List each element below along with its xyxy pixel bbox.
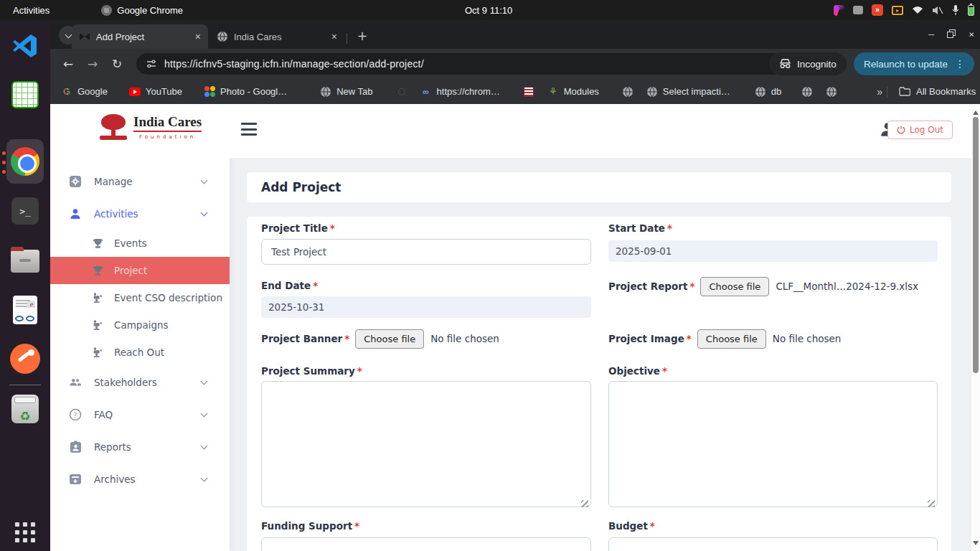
scroll-up-arrow[interactable] [973, 108, 979, 115]
sidebar-toggle-hamburger-icon[interactable] [241, 123, 257, 136]
sidebar-label: Events [114, 237, 147, 249]
page-scrollbar[interactable] [971, 104, 980, 551]
tab-close-icon[interactable]: × [331, 31, 337, 42]
scroll-down-arrow[interactable] [973, 541, 979, 548]
bookmark-image-favicon[interactable] [517, 86, 541, 98]
resize-handle-icon[interactable] [581, 500, 588, 507]
chrome-menu-icon[interactable]: ⋮ [955, 58, 965, 70]
window-restore-button[interactable] [947, 29, 956, 38]
bookmark-globe-2[interactable] [795, 86, 819, 98]
bookmark-youtube[interactable]: YouTube [123, 86, 189, 98]
sidebar-item-faq[interactable]: ? FAQ [50, 398, 230, 430]
volume-muted-icon [932, 6, 943, 15]
project-banner-field: Project Banner* Choose file No file chos… [261, 328, 499, 349]
project-image-choose-file-button[interactable]: Choose file [697, 329, 766, 349]
funding-support-input[interactable] [261, 537, 591, 551]
bookmark-new-tab[interactable]: New Tab [314, 86, 379, 98]
end-date-input[interactable] [261, 296, 591, 318]
logout-button[interactable]: Log Out [887, 121, 953, 139]
sidebar-item-manage[interactable]: Manage [50, 165, 230, 197]
bookmark-google[interactable]: GGoogle [55, 86, 114, 98]
bookmark-google-photos[interactable]: Photo - Googl… [197, 86, 293, 98]
omnibox[interactable]: https://icfnv5-staging.icfn.in/manage-se… [136, 53, 808, 75]
chrome-window-dot [2, 151, 6, 155]
screenshare-indicator-icon[interactable]: » [872, 4, 883, 16]
relaunch-to-update-button[interactable]: Relaunch to update ⋮ [854, 52, 974, 75]
dock-postman-icon[interactable] [8, 342, 42, 376]
sidebar-item-activities[interactable]: Activities [50, 197, 230, 230]
clock[interactable]: Oct 9 11:10 [465, 0, 512, 20]
brand-subtitle: Foundation [133, 134, 202, 140]
bookmark-globe-3[interactable] [819, 86, 844, 98]
podium-icon [91, 319, 104, 331]
sidebar-item-stakeholders[interactable]: Stakeholders [50, 366, 230, 398]
all-bookmarks-button[interactable]: All Bookmarks [899, 86, 976, 97]
project-summary-textarea[interactable] [261, 381, 591, 507]
bookmark-select-impact[interactable]: Select impacti… [640, 86, 737, 98]
bookmark-modules[interactable]: ⚘Modules [541, 86, 606, 98]
project-image-label: Project Image* [608, 333, 692, 344]
dock-libreoffice-calc-icon[interactable] [8, 77, 42, 112]
chevron-down-icon [201, 377, 208, 385]
window-minimize-button[interactable]: — [928, 29, 934, 39]
sidebar-item-event-cso-description[interactable]: Event CSO description [50, 284, 230, 311]
start-date-input[interactable] [608, 240, 938, 262]
sidebar-item-events[interactable]: Events [50, 230, 230, 257]
funding-support-label: Funding Support* [261, 520, 359, 532]
tab-close-icon[interactable]: × [195, 31, 201, 42]
project-banner-choose-file-button[interactable]: Choose file [355, 329, 424, 349]
globe-icon [755, 86, 766, 98]
objective-textarea[interactable] [608, 381, 938, 507]
new-tab-button[interactable]: + [353, 26, 372, 44]
tab-add-project[interactable]: Add Project × [72, 24, 208, 49]
project-title-input[interactable] [261, 239, 591, 265]
trophy-icon [91, 237, 104, 250]
budget-input[interactable] [608, 537, 938, 551]
bookmark-chrome-link[interactable]: ∞https://chrom… [414, 86, 507, 98]
focused-app-indicator[interactable]: Google Chrome [101, 5, 183, 16]
reload-button[interactable]: ↻ [105, 57, 129, 71]
battery-icon [968, 5, 974, 16]
url-text[interactable]: https://icfnv5-staging.icfn.in/manage-se… [164, 58, 424, 70]
back-button[interactable]: ← [56, 57, 80, 71]
question-circle-icon: ? [69, 408, 82, 421]
sidebar-item-project[interactable]: Project [50, 257, 230, 284]
activities-button[interactable]: Activities [13, 5, 50, 16]
dock-vscode-icon[interactable] [8, 29, 42, 63]
screen-cast-icon[interactable]: ▸ [892, 6, 903, 15]
sidebar-item-campaigns[interactable]: Campaigns [50, 311, 230, 339]
sidebar-item-reports[interactable]: Reports [50, 430, 230, 463]
system-tray[interactable]: » ▸ [834, 0, 974, 20]
dock-terminal-icon[interactable]: >_ [8, 194, 42, 228]
person-icon [69, 207, 82, 220]
bookmark-unnamed[interactable] [390, 86, 414, 98]
sidebar-label: Event CSO description [114, 292, 222, 303]
project-banner-label: Project Banner* [261, 333, 349, 344]
tab-india-cares[interactable]: India Cares × [209, 24, 344, 49]
app-indicator-icon[interactable] [834, 5, 844, 16]
microphone-icon [952, 5, 959, 15]
chat-indicator-icon[interactable] [853, 6, 863, 14]
forward-button[interactable]: → [80, 57, 105, 71]
dock-document-viewer-icon[interactable]: e [8, 293, 42, 327]
resize-handle-icon[interactable] [928, 500, 935, 507]
archive-icon [69, 473, 82, 486]
sidebar-item-archives[interactable]: Archives [50, 463, 230, 495]
bookmarks-overflow-chevron[interactable]: » [877, 86, 882, 98]
window-close-button[interactable]: × [969, 29, 974, 39]
sidebar-item-reach-out[interactable]: Reach Out [50, 339, 230, 366]
dock-files-icon[interactable] [8, 244, 42, 278]
sidebar-label: Campaigns [114, 319, 169, 331]
globe-icon [826, 86, 837, 98]
dock-chrome-icon[interactable] [8, 144, 42, 179]
site-settings-icon[interactable] [146, 58, 157, 70]
sidebar-label: Project [114, 265, 147, 276]
project-report-choose-file-button[interactable]: Choose file [700, 277, 769, 296]
dock-app-grid-button[interactable] [8, 515, 42, 550]
bookmark-globe-1[interactable] [616, 86, 640, 98]
dock-trash-icon[interactable]: ♻ [8, 392, 42, 426]
project-report-file-name: CLF__Monthl…2024-12-9.xlsx [776, 281, 918, 292]
bookmark-db[interactable]: db [748, 86, 788, 98]
scrollbar-thumb[interactable] [973, 117, 979, 373]
india-cares-logo[interactable]: India Cares Foundation [99, 114, 202, 140]
